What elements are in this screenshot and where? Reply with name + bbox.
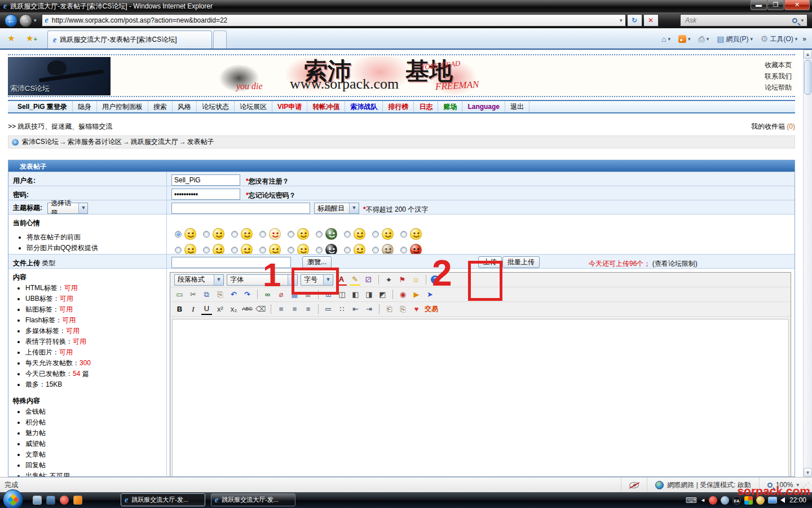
scroll-down-arrow[interactable]: ▼ xyxy=(804,468,812,477)
outdent-icon[interactable]: ⇤ xyxy=(350,304,361,315)
mood-radio[interactable] xyxy=(372,231,379,238)
unordered-list-icon[interactable]: ∷ xyxy=(337,304,347,315)
favorites-star-icon[interactable]: ★ xyxy=(3,31,19,46)
nav-menu-item[interactable]: 风格 xyxy=(173,102,197,112)
shocked-emoticon[interactable] xyxy=(410,228,422,240)
browse-button[interactable]: 瀏覽... xyxy=(302,256,332,268)
url-field[interactable]: e http://www.sorpack.com/post.asp?action… xyxy=(42,14,626,27)
refresh-button[interactable]: ↻ xyxy=(628,14,642,27)
search-box[interactable]: ▾ xyxy=(680,14,807,27)
taskbar-window-button[interactable]: e跳跃服交流大厅-发... xyxy=(121,493,205,506)
mood-radio[interactable] xyxy=(259,231,266,238)
page-dropdown-icon[interactable]: ▾ xyxy=(750,36,753,42)
batch-upload-button[interactable]: 批量上传 xyxy=(502,256,540,268)
view-limit-link[interactable]: (查看论坛限制) xyxy=(652,260,698,268)
italic-icon[interactable]: I xyxy=(188,304,198,315)
mood-radio[interactable] xyxy=(288,247,294,253)
redo-icon[interactable]: ↷ xyxy=(242,289,253,300)
mood-radio[interactable] xyxy=(344,247,351,253)
color-wheel-icon[interactable]: ◉ xyxy=(398,289,408,300)
username-hint[interactable]: 您没有注册？ xyxy=(249,177,289,185)
dice-icon[interactable]: ⚂ xyxy=(363,274,374,286)
keyboard-tray-icon[interactable]: ⌨ xyxy=(686,496,697,505)
feeds-dropdown-icon[interactable]: ▾ xyxy=(688,36,691,42)
nav-menu-item[interactable]: 索沛战队 xyxy=(345,102,383,112)
mood-radio[interactable] xyxy=(372,247,379,253)
subscript-icon[interactable]: x₂ xyxy=(228,304,239,315)
mood-radio[interactable] xyxy=(231,247,238,253)
show-desktop-icon[interactable] xyxy=(46,496,55,505)
copy-icon[interactable]: ⧉ xyxy=(201,289,212,300)
breadcrumb-link[interactable]: 跳跃服交流大厅 xyxy=(131,138,178,146)
ordered-list-icon[interactable]: ≔ xyxy=(323,304,334,315)
superscript-icon[interactable]: x² xyxy=(215,304,226,315)
indent-icon[interactable]: ⇥ xyxy=(364,304,374,315)
scrollbar-thumb[interactable] xyxy=(804,60,811,95)
vertical-scrollbar[interactable]: ▲ ▼ xyxy=(803,50,812,477)
align-center-icon[interactable]: ≡ xyxy=(289,304,300,315)
breadcrumb-link[interactable]: 发表帖子 xyxy=(187,138,214,146)
scroll-up-arrow[interactable]: ▲ xyxy=(804,50,812,59)
template-icon[interactable]: ⎘ xyxy=(398,304,408,315)
nav-menu-item[interactable]: 转帐冲值 xyxy=(307,102,345,112)
nav-menu-item[interactable]: 日志 xyxy=(414,102,438,112)
forward-button[interactable]: → xyxy=(19,14,32,27)
mood-radio[interactable] xyxy=(316,247,323,253)
nav-menu-item[interactable]: 退出 xyxy=(505,102,529,112)
paragraph-format-select[interactable]: 段落格式 ▼ xyxy=(174,274,224,286)
print-button[interactable]: ⎙▾ xyxy=(696,34,712,44)
url-dropdown-icon[interactable]: ▾ xyxy=(620,17,623,23)
stop-button[interactable]: ✕ xyxy=(644,14,659,27)
mood-radio[interactable] xyxy=(259,247,266,253)
media-icon[interactable]: ▶ xyxy=(411,289,422,300)
history-dropdown-icon[interactable]: ▾ xyxy=(34,17,37,23)
strikethrough-icon[interactable]: ABC xyxy=(242,304,253,315)
password-input[interactable] xyxy=(171,189,240,200)
eraser-icon[interactable]: ⌫ xyxy=(255,304,266,315)
mood-radio[interactable] xyxy=(344,231,351,238)
back-button[interactable]: ← xyxy=(5,14,17,27)
align-left-icon[interactable]: ≡ xyxy=(276,304,286,315)
home-button[interactable]: ⌂▾ xyxy=(659,34,673,43)
cover-mouth-emoticon[interactable] xyxy=(213,228,224,240)
nav-menu-item[interactable]: 赌场 xyxy=(438,102,462,112)
print-dropdown-icon[interactable]: ▾ xyxy=(707,36,709,42)
highlight-icon[interactable]: ✎ xyxy=(350,274,360,286)
sleepy-emoticon[interactable] xyxy=(382,228,394,240)
undo-icon[interactable]: ↶ xyxy=(228,289,239,300)
smile-emoticon[interactable] xyxy=(184,228,196,240)
find-icon[interactable]: ⌖ xyxy=(383,274,394,286)
search-dropdown-icon[interactable]: ▾ xyxy=(801,17,804,23)
add-favorite-icon[interactable]: ★+ xyxy=(24,31,39,46)
security-alert-tray-icon[interactable] xyxy=(709,496,717,505)
subject-input[interactable] xyxy=(171,203,310,214)
mood-radio[interactable] xyxy=(316,231,323,238)
switch-windows-icon[interactable] xyxy=(33,496,42,505)
paste-icon[interactable]: ⎘ xyxy=(215,289,226,300)
mood-radio[interactable] xyxy=(175,231,182,238)
underline-icon[interactable]: U xyxy=(201,304,212,315)
favorite-page-link[interactable]: 收藏本页 xyxy=(765,59,792,71)
new-tab-stub[interactable] xyxy=(213,30,227,49)
mood-radio[interactable] xyxy=(203,247,210,253)
tools-menu-button[interactable]: ⚙工具(O)▾ xyxy=(758,34,800,44)
maximize-button[interactable]: ❐ xyxy=(767,0,784,10)
split-cell-icon[interactable]: ◩ xyxy=(377,289,388,300)
upload-type-label[interactable]: 类型 xyxy=(42,259,55,267)
font-family-select[interactable]: 字体 ▼ xyxy=(227,274,298,286)
nav-menu-item[interactable]: Language xyxy=(462,102,505,112)
forum-help-link[interactable]: 论坛帮助 xyxy=(765,82,792,93)
nav-menu-item[interactable]: 排行榜 xyxy=(383,102,414,112)
flag-icon[interactable]: ⚑ xyxy=(397,274,408,286)
feeds-button[interactable]: ▾ xyxy=(676,35,694,43)
home-dropdown-icon[interactable]: ▾ xyxy=(668,36,670,42)
user-tray-icon[interactable] xyxy=(721,496,729,505)
breadcrumb-link[interactable]: 索沛CS论坛 xyxy=(22,138,59,146)
tools-dropdown-icon[interactable]: ▾ xyxy=(795,36,798,42)
nav-menu-item[interactable]: 论坛展区 xyxy=(235,102,272,112)
my-inbox-link[interactable]: 我的收件箱 (0) xyxy=(751,122,795,132)
tongue-out-emoticon[interactable] xyxy=(297,228,309,240)
command-overflow-chevron[interactable]: » xyxy=(802,35,806,43)
mood-radio[interactable] xyxy=(175,247,182,253)
align-right-icon[interactable]: ≡ xyxy=(303,304,314,315)
